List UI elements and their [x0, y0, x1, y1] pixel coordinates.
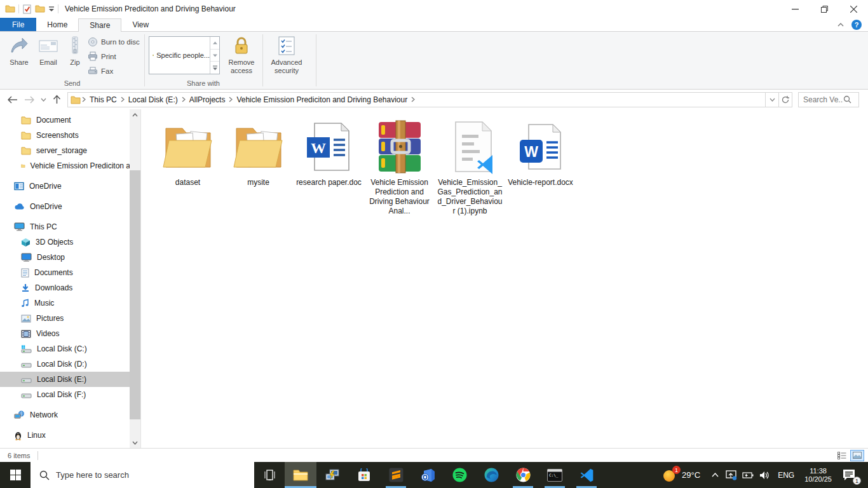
taskbar-app-winscp[interactable] — [316, 462, 348, 488]
share-button[interactable]: Share — [5, 34, 33, 79]
taskbar-app-spotify[interactable] — [444, 462, 475, 488]
up-button[interactable] — [53, 95, 61, 104]
file-item-research-paper[interactable]: W research paper.doc — [294, 117, 364, 187]
weather-widget[interactable]: 1 — [660, 462, 679, 488]
taskbar-app-vscode[interactable] — [571, 462, 602, 488]
sidebar-item-pictures[interactable]: Pictures — [0, 311, 130, 326]
language-indicator[interactable]: ENG — [773, 462, 799, 488]
file-item-notebook[interactable]: Vehicle_Emission_Gas_Prediction_and_Driv… — [435, 117, 505, 216]
minimize-button[interactable] — [780, 0, 810, 18]
scroll-down-arrow[interactable] — [130, 437, 140, 448]
new-folder-icon[interactable] — [35, 4, 45, 14]
microsoft-store-icon — [357, 468, 371, 482]
details-view-button[interactable] — [835, 450, 849, 461]
taskbar-app-edge[interactable] — [475, 462, 507, 488]
tray-volume-icon[interactable] — [756, 462, 773, 488]
advanced-security-button[interactable]: Advanced security — [267, 34, 306, 79]
action-center-button[interactable]: 1 — [837, 462, 861, 488]
share-with-listbox[interactable]: Specific people... — [149, 36, 220, 74]
sidebar-item-music[interactable]: Music — [0, 295, 130, 311]
tab-view[interactable]: View — [121, 18, 159, 31]
recent-locations-dropdown-icon[interactable] — [41, 98, 46, 102]
sidebar-item-3d-objects[interactable]: 3D Objects — [0, 234, 130, 250]
close-button[interactable] — [839, 0, 868, 18]
back-button[interactable] — [8, 96, 18, 104]
sidebar-scrollbar[interactable] — [130, 109, 140, 448]
zip-button[interactable]: Zip — [62, 34, 88, 79]
sidebar-item-local-disk-f[interactable]: Local Disk (F:) — [0, 387, 130, 402]
sidebar-item-downloads[interactable]: Downloads — [0, 280, 130, 295]
sidebar-item-network[interactable]: Network — [0, 407, 130, 423]
taskbar-app-outlook[interactable] — [412, 462, 444, 488]
details-view-icon — [837, 452, 846, 459]
status-bar: 6 items — [0, 448, 868, 462]
tab-share[interactable]: Share — [78, 18, 121, 32]
file-item-winrar-archive[interactable]: Vehicle Emission Prediction and Driving … — [364, 117, 435, 216]
edge-icon — [484, 468, 499, 482]
taskbar-app-chrome[interactable] — [507, 462, 539, 488]
tray-battery-icon[interactable] — [740, 462, 756, 488]
sidebar-item-vehicle-emission[interactable]: Vehicle Emission Prediciton a — [0, 158, 130, 173]
task-view-button[interactable] — [254, 462, 285, 488]
sidebar-item-this-pc[interactable]: This PC — [0, 219, 130, 234]
taskbar-app-microsoft-store[interactable] — [348, 462, 380, 488]
restore-button[interactable] — [810, 0, 839, 18]
weather-temperature[interactable]: 29°C — [682, 470, 700, 480]
refresh-button[interactable] — [779, 92, 792, 107]
sidebar-item-desktop[interactable]: Desktop — [0, 250, 130, 265]
minimize-ribbon-icon[interactable] — [837, 23, 844, 27]
scrollbar-thumb[interactable] — [130, 170, 140, 419]
crumb-this-pc[interactable]: This PC — [87, 95, 119, 104]
share-list-more[interactable] — [210, 62, 219, 74]
start-button[interactable] — [0, 462, 31, 488]
properties-check-icon[interactable] — [22, 4, 32, 14]
forward-button[interactable] — [24, 96, 34, 104]
crumb-allprojects[interactable]: AllProjects — [187, 95, 228, 104]
tab-file[interactable]: File — [0, 18, 36, 31]
taskbar-app-sublime-text[interactable] — [380, 462, 412, 488]
sidebar-item-linux[interactable]: Linux — [0, 428, 130, 443]
tray-cast-icon[interactable] — [723, 462, 740, 488]
taskbar-app-file-explorer[interactable] — [285, 462, 316, 488]
sidebar-item-documents[interactable]: Documents — [0, 265, 130, 280]
address-box[interactable]: This PC Local Disk (E:) AllProjects Vehi… — [67, 92, 766, 107]
sidebar-item-onedrive-business[interactable]: OneDrive — [0, 179, 130, 194]
address-dropdown-button[interactable] — [766, 92, 779, 107]
sidebar-item-document[interactable]: Document — [0, 112, 130, 128]
tray-expand-button[interactable] — [707, 462, 723, 488]
taskbar-app-command-prompt[interactable]: C:\_ — [539, 462, 571, 488]
file-item-vehicle-report[interactable]: W Vehicle-report.docx — [505, 117, 576, 187]
sidebar-item-onedrive-personal[interactable]: OneDrive — [0, 199, 130, 214]
file-item-mysite[interactable]: mysite — [223, 117, 294, 187]
file-item-dataset[interactable]: a, a, dataset — [153, 117, 223, 187]
crumb-local-disk-e[interactable]: Local Disk (E:) — [126, 95, 180, 104]
email-button[interactable]: Email — [34, 34, 62, 79]
breadcrumb: This PC Local Disk (E:) AllProjects Vehi… — [68, 95, 765, 104]
sidebar-item-local-disk-d[interactable]: Local Disk (D:) — [0, 356, 130, 372]
sidebar-item-screenshots[interactable]: Screenshots — [0, 128, 130, 143]
search-input[interactable] — [799, 95, 843, 104]
sidebar-item-videos[interactable]: Videos — [0, 326, 130, 341]
fax-button[interactable]: Fax — [88, 65, 140, 78]
taskbar-search-input[interactable] — [56, 470, 234, 480]
status-separator — [37, 451, 38, 460]
scroll-up-arrow[interactable] — [130, 109, 140, 120]
burn-to-disc-button[interactable]: Burn to disc — [88, 36, 140, 48]
taskbar-search[interactable] — [31, 462, 254, 488]
crumb-current-folder[interactable]: Vehicle Emission Prediciton and Driving … — [234, 95, 410, 104]
clock[interactable]: 11:3810/20/25 — [799, 462, 837, 488]
sidebar-item-local-disk-e[interactable]: Local Disk (E:) — [0, 372, 130, 387]
print-button[interactable]: Print — [88, 50, 140, 63]
thumbnail-view-button[interactable] — [850, 450, 864, 461]
share-list-scroll-down[interactable] — [210, 50, 219, 62]
remove-access-button[interactable]: Remove access — [224, 34, 259, 79]
tab-home[interactable]: Home — [36, 18, 78, 31]
explorer-search[interactable] — [798, 92, 859, 107]
specific-people-label: Specific people... — [156, 51, 210, 59]
share-list-scroll-up[interactable] — [210, 37, 219, 50]
sidebar-item-server-storage[interactable]: server_storage — [0, 143, 130, 158]
help-icon[interactable]: ? — [851, 20, 862, 30]
window-controls — [780, 0, 868, 18]
customize-toolbar-dropdown-icon[interactable] — [48, 6, 55, 12]
sidebar-item-local-disk-c[interactable]: Local Disk (C:) — [0, 341, 130, 356]
